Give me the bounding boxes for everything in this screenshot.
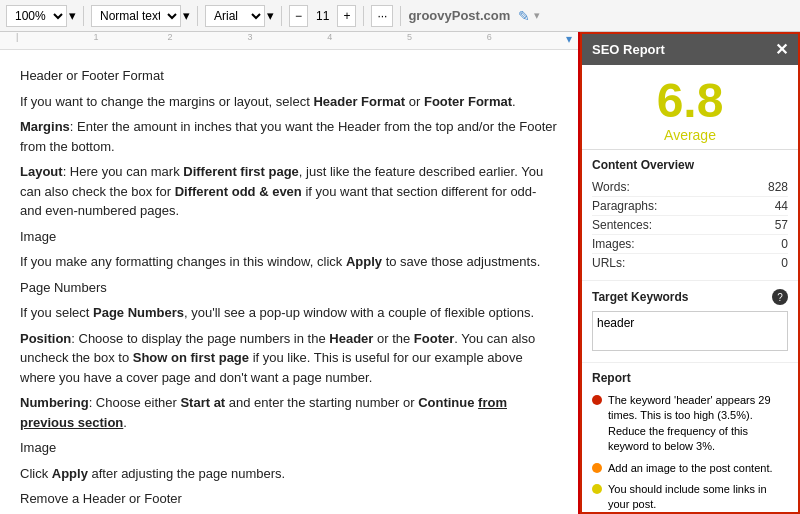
ruler-end-marker: ▾ xyxy=(566,32,572,46)
ruler: | 1 2 3 4 5 6 ▾ xyxy=(0,32,578,50)
ruler-mark-2: 2 xyxy=(168,32,173,42)
style-group: Normal text ▾ xyxy=(91,5,190,27)
doc-para-2: Margins: Enter the amount in inches that… xyxy=(20,117,558,156)
font-arrow-icon: ▾ xyxy=(267,8,274,23)
report-item-1: Add an image to the post content. xyxy=(592,461,788,476)
more-options-btn[interactable]: ··· xyxy=(371,5,393,27)
seo-panel-title: SEO Report xyxy=(592,42,665,57)
doc-para-10: Image xyxy=(20,438,558,458)
toolbar: 100% ▾ Normal text ▾ Arial ▾ − 11 + ··· … xyxy=(0,0,800,32)
separator-1 xyxy=(83,6,84,26)
urls-row: URLs: 0 xyxy=(592,254,788,272)
sentences-row: Sentences: 57 xyxy=(592,216,788,235)
zoom-arrow-icon: ▾ xyxy=(69,8,76,23)
seo-score-label: Average xyxy=(582,127,798,143)
paragraphs-row: Paragraphs: 44 xyxy=(592,197,788,216)
report-text-1: Add an image to the post content. xyxy=(608,461,773,476)
images-label: Images: xyxy=(592,237,635,251)
words-value: 828 xyxy=(768,180,788,194)
images-value: 0 xyxy=(781,237,788,251)
font-size-increase[interactable]: + xyxy=(337,5,356,27)
separator-5 xyxy=(400,6,401,26)
ruler-mark-5: 5 xyxy=(407,32,412,42)
report-item-0: The keyword 'header' appears 29 times. T… xyxy=(592,393,788,455)
report-dot-yellow xyxy=(592,484,602,494)
urls-label: URLs: xyxy=(592,256,625,270)
ruler-mark-1: 1 xyxy=(94,32,99,42)
report-section: Report The keyword 'header' appears 29 t… xyxy=(582,363,798,514)
doc-para-7: If you select Page Numbers, you'll see a… xyxy=(20,303,558,323)
settings-arrow-icon: ▾ xyxy=(534,9,540,22)
seo-panel: SEO Report ✕ 6.8 Average Content Overvie… xyxy=(580,32,800,514)
seo-score-area: 6.8 Average xyxy=(582,65,798,150)
ruler-mark-6: 6 xyxy=(487,32,492,42)
words-label: Words: xyxy=(592,180,630,194)
urls-value: 0 xyxy=(781,256,788,270)
doc-para-5: If you make any formatting changes in th… xyxy=(20,252,558,272)
ruler-origin: | xyxy=(16,32,18,42)
report-dot-red xyxy=(592,395,602,405)
help-icon[interactable]: ? xyxy=(772,289,788,305)
paragraphs-value: 44 xyxy=(775,199,788,213)
report-item-2: You should include some links in your po… xyxy=(592,482,788,513)
images-row: Images: 0 xyxy=(592,235,788,254)
seo-panel-header: SEO Report ✕ xyxy=(582,34,798,65)
document-area: | 1 2 3 4 5 6 ▾ Header or Footer Format … xyxy=(0,32,580,514)
words-row: Words: 828 xyxy=(592,178,788,197)
keywords-header: Target Keywords ? xyxy=(592,289,788,305)
target-keywords-section: Target Keywords ? header xyxy=(582,281,798,363)
content-overview-section: Content Overview Words: 828 Paragraphs: … xyxy=(582,150,798,281)
ruler-mark-4: 4 xyxy=(327,32,332,42)
doc-para-1: If you want to change the margins or lay… xyxy=(20,92,558,112)
zoom-select[interactable]: 100% xyxy=(6,5,67,27)
keywords-input[interactable]: header xyxy=(592,311,788,351)
font-size-decrease[interactable]: − xyxy=(289,5,308,27)
doc-para-6: Page Numbers xyxy=(20,278,558,298)
style-arrow-icon: ▾ xyxy=(183,8,190,23)
ruler-mark-3: 3 xyxy=(247,32,252,42)
edit-icon[interactable]: ✎ xyxy=(518,8,530,24)
separator-4 xyxy=(363,6,364,26)
report-text-2: You should include some links in your po… xyxy=(608,482,788,513)
seo-close-button[interactable]: ✕ xyxy=(775,40,788,59)
report-title: Report xyxy=(592,371,788,385)
font-group: Arial ▾ xyxy=(205,5,274,27)
font-size-value: 11 xyxy=(312,9,333,23)
style-select[interactable]: Normal text xyxy=(91,5,181,27)
doc-para-12: Remove a Header or Footer xyxy=(20,489,558,509)
ruler-marks: | 1 2 3 4 5 6 ▾ xyxy=(8,32,578,49)
report-text-0: The keyword 'header' appears 29 times. T… xyxy=(608,393,788,455)
doc-para-0: Header or Footer Format xyxy=(20,66,558,86)
site-name-label: groovyPost.com xyxy=(408,8,510,23)
document-content: Header or Footer Format If you want to c… xyxy=(0,50,578,514)
keywords-title: Target Keywords xyxy=(592,290,688,304)
font-select[interactable]: Arial xyxy=(205,5,265,27)
separator-3 xyxy=(281,6,282,26)
zoom-group: 100% ▾ xyxy=(6,5,76,27)
separator-2 xyxy=(197,6,198,26)
report-dot-orange xyxy=(592,463,602,473)
doc-para-4: Image xyxy=(20,227,558,247)
doc-para-3: Layout: Here you can mark Different firs… xyxy=(20,162,558,221)
content-overview-title: Content Overview xyxy=(592,158,788,172)
main-area: | 1 2 3 4 5 6 ▾ Header or Footer Format … xyxy=(0,32,800,514)
paragraphs-label: Paragraphs: xyxy=(592,199,657,213)
sentences-value: 57 xyxy=(775,218,788,232)
seo-score-number: 6.8 xyxy=(582,77,798,125)
doc-para-8: Position: Choose to display the page num… xyxy=(20,329,558,388)
sentences-label: Sentences: xyxy=(592,218,652,232)
doc-para-11: Click Apply after adjusting the page num… xyxy=(20,464,558,484)
doc-para-9: Numbering: Choose either Start at and en… xyxy=(20,393,558,432)
